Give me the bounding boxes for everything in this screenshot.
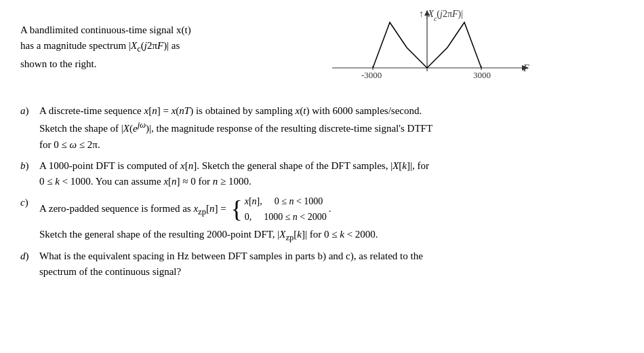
question-d-label: d) — [20, 248, 39, 264]
question-d-text: What is the equivalent spacing in Hz bet… — [39, 248, 624, 280]
intro-line1: A bandlimited continuous-time signal x(t… — [20, 22, 230, 38]
svg-text:3000: 3000 — [473, 70, 491, 80]
question-c-text: A zero-padded sequence is formed as xzp[… — [39, 195, 624, 244]
question-b-label: b) — [20, 158, 39, 174]
intro-line2: has a magnitude spectrum |Xc(j2πF)| as — [20, 38, 230, 56]
svg-text:F: F — [523, 63, 529, 73]
intro-line3: shown to the right. — [20, 56, 230, 72]
question-a-text: A discrete-time sequence x[n] = x(nT) is… — [39, 103, 624, 153]
svg-text:-3000: -3000 — [361, 70, 382, 80]
spectrum-chart: ↑ |Xc(j2πF)| -3000 3000 F — [319, 10, 536, 98]
question-a-label: a) — [20, 103, 39, 119]
question-b-text: A 1000-point DFT is computed of x[n]. Sk… — [39, 158, 624, 190]
svg-text:↑ |Xc(j2πF)|: ↑ |Xc(j2πF)| — [419, 10, 463, 22]
question-c-label: c) — [20, 195, 39, 210]
